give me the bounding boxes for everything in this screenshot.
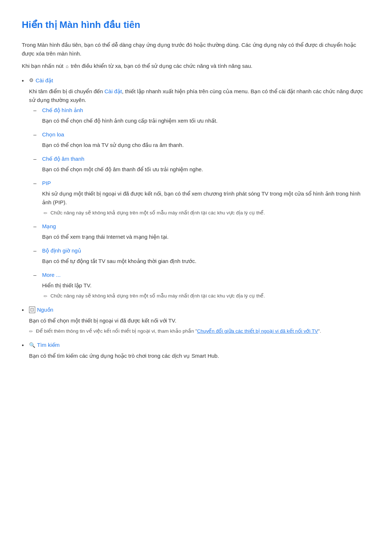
list-item-source: ⊡ Nguồn Bạn có thể chọn một thiết bị ngo… — [22, 305, 370, 336]
sub-item-speaker: Chọn loa Bạn có thể chọn loa mà TV sử dụ… — [33, 130, 370, 149]
intro-paragraph-1: Trong Màn hình đầu tiên, bạn có thể dễ d… — [22, 41, 370, 58]
settings-icon: ⚙ — [29, 76, 34, 84]
search-desc: Bạn có thể tìm kiếm các ứng dụng hoặc tr… — [29, 352, 370, 360]
more-note: ✏ Chức năng này sẽ không khả dụng trên m… — [42, 292, 370, 300]
sound-mode-label: Chế độ âm thanh — [42, 155, 370, 163]
sleep-timer-desc: Bạn có thể tự động tắt TV sau một khoảng… — [42, 257, 370, 266]
sub-item-more: More ... Hiển thị thiết lập TV. ✏ Chức n… — [33, 271, 370, 300]
pip-desc: Khi sử dụng một thiết bị ngoại vi đã đượ… — [42, 189, 370, 207]
home-icon: ⌂ — [66, 63, 69, 69]
list-item-search: 🔍 Tìm kiếm Bạn có thể tìm kiếm các ứng d… — [22, 341, 370, 360]
source-ref-link[interactable]: Chuyển đổi giữa các thiết bị ngoại vi đã… — [197, 328, 318, 334]
search-icon: 🔍 — [29, 341, 35, 349]
settings-link[interactable]: Cài đặt — [36, 76, 53, 85]
pip-label: PIP — [42, 179, 370, 188]
network-label: Mạng — [42, 222, 370, 231]
main-bullet-list: ⚙ Cài đặt Khi tâm điểm bị di chuyển đến … — [22, 76, 370, 360]
intro-paragraph-2: Khi bạn nhấn nút ⌂ trên điều khiển từ xa… — [22, 62, 370, 70]
sleep-timer-label: Bộ định giờ ngủ — [42, 246, 370, 255]
more-desc: Hiển thị thiết lập TV. — [42, 281, 370, 290]
sub-item-sound-mode: Chế độ âm thanh Bạn có thể chọn một chế … — [33, 155, 370, 174]
sub-item-network: Mạng Bạn có thể xem trạng thái Internet … — [33, 222, 370, 241]
speaker-label: Chọn loa — [42, 130, 370, 139]
settings-sub-list: Chế độ hình ảnh Bạn có thể chọn chế độ h… — [29, 106, 370, 301]
source-desc: Bạn có thể chọn một thiết bị ngoại vi đã… — [29, 316, 370, 325]
page-title: Hiển thị Màn hình đầu tiên — [22, 17, 370, 33]
pencil-icon-pip: ✏ — [44, 210, 48, 217]
sound-mode-desc: Bạn có thể chọn một chế độ âm thanh để t… — [42, 165, 370, 174]
picture-mode-desc: Bạn có thể chọn chế độ hình ảnh cung cấp… — [42, 116, 370, 125]
source-ref-note: ✏ Để biết thêm thông tin về việc kết nối… — [29, 328, 370, 336]
sub-item-pip: PIP Khi sử dụng một thiết bị ngoại vi đã… — [33, 179, 370, 217]
picture-mode-label: Chế độ hình ảnh — [42, 106, 370, 115]
sub-item-sleep-timer: Bộ định giờ ngủ Bạn có thể tự động tắt T… — [33, 246, 370, 266]
pencil-icon-source: ✏ — [29, 328, 33, 336]
settings-desc: Khi tâm điểm bị di chuyển đến Cài đặt, t… — [29, 87, 370, 104]
sub-item-picture-mode: Chế độ hình ảnh Bạn có thể chọn chế độ h… — [33, 106, 370, 125]
list-item-settings: ⚙ Cài đặt Khi tâm điểm bị di chuyển đến … — [22, 76, 370, 301]
settings-inline-link[interactable]: Cài đặt — [105, 88, 122, 94]
more-label: More ... — [42, 271, 370, 279]
network-desc: Bạn có thể xem trạng thái Internet và mạ… — [42, 233, 370, 241]
pip-note: ✏ Chức năng này sẽ không khả dụng trên m… — [42, 209, 370, 217]
source-icon: ⊡ — [29, 307, 35, 313]
speaker-desc: Bạn có thể chọn loa mà TV sử dụng cho đầ… — [42, 141, 370, 149]
source-link[interactable]: Nguồn — [37, 305, 53, 314]
search-link[interactable]: Tìm kiếm — [37, 341, 60, 349]
pencil-icon-more: ✏ — [44, 293, 48, 300]
